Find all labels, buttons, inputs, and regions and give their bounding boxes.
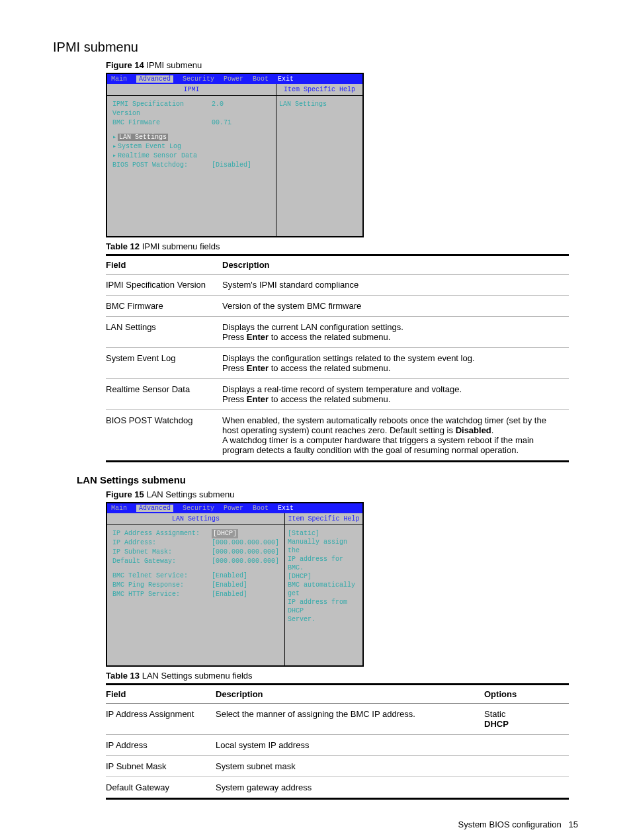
menu-advanced-2: Advanced	[136, 505, 173, 512]
help-l0: [Static]	[288, 529, 360, 538]
t12-r3-suffix: to access the related submenu.	[269, 363, 390, 373]
http-value: [Enabled]	[212, 590, 247, 599]
t13-r3-field: Default Gateway	[106, 777, 216, 799]
sys-event-log-item: System Event Log	[118, 143, 181, 150]
t12-r4-field: Realtime Sensor Data	[106, 379, 222, 410]
footer-text: System BIOS configuration	[458, 819, 562, 829]
bios-menubar: Main Advanced Security Power Boot Exit	[107, 74, 362, 84]
ipmi-spec-label: IPMI Specification Version	[112, 100, 212, 118]
t12-r2-field: LAN Settings	[106, 317, 222, 348]
subnet-value: [000.000.000.000]	[212, 548, 279, 557]
section-heading: IPMI submenu	[53, 40, 578, 55]
t12-r1-desc: Version of the system BMC firmware	[222, 296, 569, 317]
help-l2: IP address for BMC.	[288, 555, 360, 572]
t12-r2-suffix: to access the related submenu.	[269, 332, 390, 342]
lan-settings-item: LAN Settings	[118, 134, 168, 141]
ip-assign-value: [DHCP]	[212, 529, 238, 538]
bios-panel-title: IPMI	[107, 84, 276, 96]
menu-security-2: Security	[183, 505, 214, 512]
menu-boot-2: Boot	[253, 505, 269, 512]
help-text: LAN Settings	[276, 96, 362, 112]
t13-r0-opt: Static DHCP	[484, 704, 569, 735]
t12-r5-bold: Disabled	[456, 425, 491, 435]
help-l3: [DHCP]	[288, 572, 360, 581]
t12-r2-prefix: Press	[222, 332, 247, 342]
table12-caption-rest: IPMI submenu fields	[140, 241, 220, 251]
table13-header-desc: Description	[216, 685, 484, 704]
bmc-fw-label: BMC Firmware	[112, 118, 212, 128]
t12-r4-suffix: to access the related submenu.	[269, 394, 390, 404]
table-row: IP Address Local system IP address	[106, 735, 569, 756]
watchdog-value: [Disabled]	[212, 161, 251, 170]
t12-r4-line1: Displays a real-time record of system te…	[222, 384, 462, 394]
help-l6: Server.	[288, 615, 360, 624]
t13-r2-field: IP Subnet Mask	[106, 756, 216, 777]
table12: Field Description IPMI Specification Ver…	[106, 254, 569, 462]
t13-r3-desc: System gateway address	[216, 777, 484, 799]
help-l1: Manually assign the	[288, 538, 360, 555]
t13-r2-desc: System subnet mask	[216, 756, 484, 777]
t12-r0-desc: System's IPMI standard compliance	[222, 274, 569, 296]
figure14-bios-screenshot: Main Advanced Security Power Boot Exit I…	[106, 73, 364, 237]
t12-r5-field: BIOS POST Watchdog	[106, 410, 222, 462]
t12-r5-p2: A watchdog timer is a computer hardware …	[222, 435, 534, 455]
table13-caption-rest: LAN Settings submenu fields	[140, 671, 253, 681]
t12-r5-desc: When enabled, the system automatically r…	[222, 410, 569, 462]
gateway-label: Default Gateway:	[112, 557, 212, 566]
figure15-bios-screenshot: Main Advanced Security Power Boot Exit L…	[106, 502, 364, 667]
telnet-value: [Enabled]	[212, 571, 247, 581]
ipmi-spec-value: 2.0	[212, 100, 224, 118]
help-header: Item Specific Help	[276, 84, 362, 96]
menu-boot: Boot	[253, 75, 269, 83]
t13-r0-opt1: Static	[484, 709, 506, 719]
t13-r1-field: IP Address	[106, 735, 216, 756]
ping-value: [Enabled]	[212, 581, 247, 590]
t13-r0-field: IP Address Assignment	[106, 704, 216, 735]
menu-exit-2: Exit	[278, 505, 294, 512]
realtime-sensor-item: Realtime Sensor Data	[118, 152, 197, 159]
table13-caption: Table 13 LAN Settings submenu fields	[106, 671, 578, 681]
bmc-fw-value: 00.71	[212, 118, 231, 128]
t12-r4-prefix: Press	[222, 394, 247, 404]
http-label: BMC HTTP Service:	[112, 590, 212, 599]
watchdog-label: BIOS POST Watchdog:	[112, 161, 212, 170]
table-row: IP Subnet Mask System subnet mask	[106, 756, 569, 777]
help-l4: BMC automatically get	[288, 581, 360, 598]
t12-r4-bold: Enter	[247, 394, 269, 404]
gateway-value: [000.000.000.000]	[212, 557, 279, 566]
menu-power: Power	[224, 75, 243, 83]
menu-exit: Exit	[278, 75, 294, 83]
figure15-caption-rest: LAN Settings submenu	[144, 489, 235, 499]
t12-r5-p1: When enabled, the system automatically r…	[222, 415, 546, 435]
t12-r3-line1: Displays the configuration settings rela…	[222, 353, 475, 363]
t12-r0-field: IPMI Specification Version	[106, 274, 222, 296]
table-row: BMC Firmware Version of the system BMC f…	[106, 296, 569, 317]
subnet-label: IP Subnet Mask:	[112, 548, 212, 557]
table13: Field Description Options IP Address Ass…	[106, 683, 569, 800]
figure14-caption-bold: Figure 14	[106, 60, 144, 70]
figure15-caption: Figure 15 LAN Settings submenu	[106, 489, 578, 499]
ping-label: BMC Ping Response:	[112, 581, 212, 590]
ip-addr-label: IP Address:	[112, 538, 212, 548]
ip-addr-value: [000.000.000.000]	[212, 538, 279, 548]
table-row: IPMI Specification Version System's IPMI…	[106, 274, 569, 296]
help-text-2: [Static] Manually assign the IP address …	[285, 525, 362, 628]
t12-r3-bold: Enter	[247, 363, 269, 373]
t13-r0-desc: Select the manner of assigning the BMC I…	[216, 704, 484, 735]
help-header-2: Item Specific Help	[285, 513, 362, 525]
t12-r2-bold: Enter	[247, 332, 269, 342]
menu-main: Main	[111, 75, 127, 83]
bios-menubar-2: Main Advanced Security Power Boot Exit	[107, 503, 362, 513]
menu-advanced: Advanced	[136, 75, 173, 83]
t12-r1-field: BMC Firmware	[106, 296, 222, 317]
subsection-heading: LAN Settings submenu	[77, 474, 578, 485]
bios-panel-title-2: LAN Settings	[107, 513, 284, 525]
t12-r3-desc: Displays the configuration settings rela…	[222, 348, 569, 379]
t12-r3-field: System Event Log	[106, 348, 222, 379]
table13-header-field: Field	[106, 685, 216, 704]
table13-header-options: Options	[484, 685, 569, 704]
table12-header-desc: Description	[222, 255, 569, 274]
figure14-caption: Figure 14 IPMI submenu	[106, 60, 578, 70]
table-row: System Event Log Displays the configurat…	[106, 348, 569, 379]
t12-r4-desc: Displays a real-time record of system te…	[222, 379, 569, 410]
